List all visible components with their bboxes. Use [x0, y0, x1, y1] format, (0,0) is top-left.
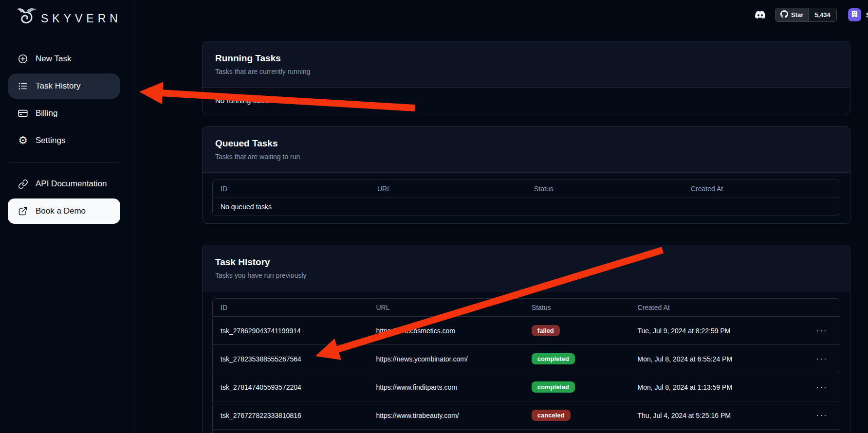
brand-name: SKYVERN	[41, 12, 122, 25]
card-subtitle: Tasks you have run previously	[215, 271, 837, 279]
status-badge: canceled	[532, 410, 571, 421]
sidebar-item-settings[interactable]: ⚙ Settings	[8, 128, 120, 153]
github-star-widget[interactable]: Star 5,434	[775, 8, 837, 22]
column-header-id: ID	[213, 299, 368, 317]
task-created-cell: Mon, Jul 8, 2024 at 1:13:59 PM	[630, 373, 809, 401]
task-actions-cell: ···	[809, 345, 840, 373]
sidebar-item-new-task[interactable]: New Task	[8, 46, 120, 72]
table-row[interactable]: tsk_278147405593572204 https://www.findi…	[213, 373, 840, 401]
column-header-id: ID	[213, 180, 369, 198]
link-icon	[18, 179, 28, 189]
task-url-cell: https://tartecosmetics.com	[368, 317, 523, 345]
sidebar-item-label: Book a Demo	[36, 206, 86, 216]
sidebar-item-label: Task History	[36, 81, 81, 91]
card-title: Running Tasks	[215, 53, 837, 64]
external-link-icon	[18, 206, 28, 216]
task-status-cell: completed	[524, 373, 630, 401]
row-actions-button[interactable]: ···	[816, 384, 828, 391]
column-header-url: URL	[368, 299, 523, 317]
column-header-actions	[809, 299, 840, 317]
task-actions-cell: ···	[809, 373, 840, 401]
card-subtitle: Tasks that are waiting to run	[215, 153, 837, 161]
github-star-label: Star	[791, 11, 803, 18]
brand[interactable]: SKYVERN	[8, 4, 120, 32]
running-tasks-card: Running Tasks Tasks that are currently r…	[202, 41, 850, 114]
sidebar-nav: New Task Task History Billing ⚙ Settings…	[8, 46, 120, 224]
sidebar-divider	[9, 162, 119, 162]
queued-tasks-card: Queued Tasks Tasks that are waiting to r…	[202, 126, 850, 224]
task-history-table: ID URL Status Created At tsk_27862904374…	[212, 298, 840, 433]
status-badge: completed	[532, 353, 575, 364]
row-actions-button[interactable]: ···	[816, 356, 828, 362]
status-badge: completed	[532, 381, 575, 393]
status-badge: failed	[532, 325, 560, 336]
column-header-created-at: Created At	[630, 299, 809, 317]
task-actions-cell: ···	[809, 317, 840, 345]
queued-tasks-header: Queued Tasks Tasks that are waiting to r…	[203, 126, 850, 173]
column-header-created-at: Created At	[683, 180, 840, 198]
running-tasks-empty-text: No running tasks	[203, 88, 850, 114]
avatar[interactable]	[848, 8, 861, 21]
table-row[interactable]: tsk_278629043741199914 https://tartecosm…	[213, 317, 840, 345]
card-subtitle: Tasks that are currently running	[215, 68, 837, 75]
column-header-status: Status	[526, 180, 683, 198]
row-actions-button[interactable]: ···	[816, 327, 828, 334]
task-status-cell: completed	[524, 345, 630, 373]
sidebar-item-book-a-demo[interactable]: Book a Demo	[8, 198, 120, 224]
card-title: Queued Tasks	[215, 138, 837, 149]
empty-row: No queued tasks	[213, 198, 840, 216]
row-actions-button[interactable]: ···	[816, 412, 828, 419]
task-history-tbody: tsk_278629043741199914 https://tartecosm…	[213, 317, 840, 433]
task-status-cell: completed	[524, 430, 630, 433]
sidebar-item-task-history[interactable]: Task History	[8, 73, 120, 99]
task-url-cell: https://www.geico.com	[368, 430, 523, 433]
task-id-cell: tsk_278147405593572204	[213, 373, 368, 401]
sidebar: SKYVERN New Task Task History Billing ⚙ …	[0, 0, 135, 433]
github-star-count: 5,434	[808, 8, 836, 21]
card-title: Task History	[215, 257, 837, 268]
sidebar-item-billing[interactable]: Billing	[8, 101, 120, 126]
sidebar-item-label: Settings	[36, 136, 65, 145]
task-created-cell: Mon, Jul 8, 2024 at 6:55:24 PM	[630, 345, 809, 373]
column-header-url: URL	[369, 180, 526, 198]
skyvern-logo-icon	[15, 6, 37, 31]
table-row[interactable]: tsk_274180139292204058 https://www.geico…	[213, 430, 840, 433]
task-actions-cell: ···	[809, 430, 840, 433]
credit-card-icon	[18, 108, 28, 119]
table-row[interactable]: tsk_276727822333810816 https://www.tirab…	[213, 401, 840, 430]
gear-icon: ⚙	[18, 135, 28, 146]
task-id-cell: tsk_278235388555267564	[213, 345, 368, 373]
task-actions-cell: ···	[809, 401, 840, 430]
list-icon	[18, 81, 28, 91]
task-history-card: Task History Tasks you have run previous…	[202, 245, 850, 433]
task-id-cell: tsk_276727822333810816	[213, 401, 368, 430]
sidebar-item-label: API Documentation	[36, 179, 107, 189]
organization-icon	[851, 10, 858, 19]
task-url-cell: https://www.finditparts.com	[368, 373, 523, 401]
task-created-cell: Thu, Jul 4, 2024 at 5:25:16 PM	[630, 401, 809, 430]
main-content: Running Tasks Tasks that are currently r…	[202, 41, 850, 433]
task-id-cell: tsk_274180139292204058	[213, 430, 368, 433]
task-url-cell: https://www.tirabeauty.com/	[368, 401, 523, 430]
running-tasks-header: Running Tasks Tasks that are currently r…	[203, 41, 850, 88]
topbar: Star 5,434 Skyvern	[754, 7, 868, 22]
task-status-cell: failed	[524, 317, 630, 345]
account-name[interactable]: Skyvern	[866, 11, 868, 19]
queued-tasks-table: ID URL Status Created At No queued tasks	[212, 180, 840, 216]
plus-circle-icon	[18, 54, 28, 64]
discord-icon[interactable]	[754, 8, 767, 21]
sidebar-item-api-documentation[interactable]: API Documentation	[8, 171, 120, 197]
table-row[interactable]: tsk_278235388555267564 https://news.ycom…	[213, 345, 840, 373]
table-header-row: ID URL Status Created At	[213, 299, 840, 317]
task-url-cell: https://news.ycombinator.com/	[368, 345, 523, 373]
task-created-cell: Thu, Jun 27, 2024 at 8:38:58 PM	[630, 430, 809, 433]
queued-tasks-empty-text: No queued tasks	[213, 198, 840, 216]
sidebar-item-label: New Task	[36, 54, 71, 64]
task-history-header: Task History Tasks you have run previous…	[203, 245, 850, 291]
task-status-cell: canceled	[524, 401, 630, 430]
sidebar-item-label: Billing	[36, 108, 57, 118]
github-icon	[780, 10, 788, 19]
table-header-row: ID URL Status Created At	[213, 180, 840, 198]
task-created-cell: Tue, Jul 9, 2024 at 8:22:59 PM	[630, 317, 809, 345]
column-header-status: Status	[524, 299, 630, 317]
